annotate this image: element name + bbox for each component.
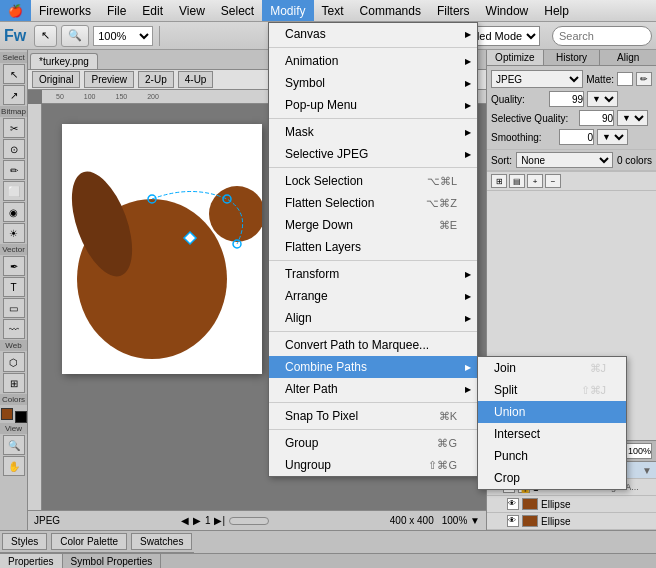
hotspot-tool-btn[interactable]: ⬡ bbox=[3, 352, 25, 372]
text-tool-btn[interactable]: T bbox=[3, 277, 25, 297]
play-btn[interactable]: ▶ bbox=[193, 515, 201, 526]
props-tabs: Properties Symbol Properties bbox=[0, 554, 656, 568]
menu-convert-path[interactable]: Convert Path to Marquee... bbox=[269, 334, 477, 356]
filters-menu[interactable]: Filters bbox=[429, 0, 478, 21]
menu-canvas[interactable]: Canvas bbox=[269, 23, 477, 45]
tab-history[interactable]: History bbox=[544, 50, 601, 65]
menu-punch[interactable]: Punch bbox=[478, 445, 626, 467]
zoom-select[interactable]: 100% bbox=[93, 26, 153, 46]
layer-ellipse2[interactable]: 👁 Ellipse bbox=[487, 513, 656, 530]
menu-transform[interactable]: Transform bbox=[269, 263, 477, 285]
fireworks-menu[interactable]: Fireworks bbox=[31, 0, 99, 21]
prev-state-btn[interactable]: ◀ bbox=[181, 515, 189, 526]
tab-align[interactable]: Align bbox=[600, 50, 656, 65]
state-slider[interactable] bbox=[229, 517, 269, 525]
sort-select[interactable]: None bbox=[516, 152, 613, 168]
text-menu[interactable]: Text bbox=[314, 0, 352, 21]
smoothing-select[interactable]: ▼ bbox=[597, 129, 628, 145]
layer-ellipse1[interactable]: 👁 Ellipse bbox=[487, 496, 656, 513]
sel-quality-select[interactable]: ▼ bbox=[617, 110, 648, 126]
quality-input[interactable] bbox=[549, 91, 584, 107]
pointer-tool[interactable]: ↖ bbox=[34, 25, 57, 47]
menu-flatten-layers[interactable]: Flatten Layers bbox=[269, 236, 477, 258]
matte-btn[interactable]: ✏ bbox=[636, 72, 652, 86]
stroke-color-box[interactable] bbox=[15, 411, 27, 423]
tab-preview[interactable]: Preview bbox=[84, 71, 134, 88]
sel-quality-input[interactable] bbox=[579, 110, 614, 126]
file-menu[interactable]: File bbox=[99, 0, 134, 21]
palette-btn4[interactable]: − bbox=[545, 174, 561, 188]
format-select[interactable]: JPEG bbox=[491, 70, 583, 88]
file-tab[interactable]: *turkey.png bbox=[30, 53, 98, 69]
menu-join[interactable]: Join ⌘J bbox=[478, 357, 626, 379]
next-state-btn[interactable]: ▶| bbox=[214, 515, 225, 526]
tab-styles[interactable]: Styles bbox=[2, 533, 47, 550]
tab-optimize[interactable]: Optimize bbox=[487, 50, 544, 65]
rect-tool-btn[interactable]: ▭ bbox=[3, 298, 25, 318]
quality-select[interactable]: ▼ bbox=[587, 91, 618, 107]
tab-swatches[interactable]: Swatches bbox=[131, 533, 192, 550]
tab-4up[interactable]: 4-Up bbox=[178, 71, 214, 88]
ellipse2-eye[interactable]: 👁 bbox=[507, 515, 519, 527]
fw-logo: Fw bbox=[4, 27, 26, 45]
blur-tool-btn[interactable]: ◉ bbox=[3, 202, 25, 222]
right-panel-tabs: Optimize History Align bbox=[487, 50, 656, 66]
matte-color[interactable] bbox=[617, 72, 633, 86]
tab-original[interactable]: Original bbox=[32, 71, 80, 88]
menu-merge-down[interactable]: Merge Down ⌘E bbox=[269, 214, 477, 236]
pointer-tool-btn[interactable]: ↖ bbox=[3, 64, 25, 84]
search-input[interactable] bbox=[552, 26, 652, 46]
menu-selective-jpeg[interactable]: Selective JPEG bbox=[269, 143, 477, 165]
apple-menu[interactable]: 🍎 bbox=[0, 0, 31, 21]
menu-animation[interactable]: Animation bbox=[269, 50, 477, 72]
dodge-tool-btn[interactable]: ☀ bbox=[3, 223, 25, 243]
menu-flatten-selection[interactable]: Flatten Selection ⌥⌘Z bbox=[269, 192, 477, 214]
menu-popup[interactable]: Pop-up Menu bbox=[269, 94, 477, 116]
menu-union[interactable]: Union bbox=[478, 401, 626, 423]
brush-tool-btn[interactable]: ✏ bbox=[3, 160, 25, 180]
palette-btn1[interactable]: ⊞ bbox=[491, 174, 507, 188]
menu-group[interactable]: Group ⌘G bbox=[269, 432, 477, 454]
menu-align[interactable]: Align bbox=[269, 307, 477, 329]
menu-split[interactable]: Split ⇧⌘J bbox=[478, 379, 626, 401]
menu-arrange[interactable]: Arrange bbox=[269, 285, 477, 307]
layer-expand-main[interactable]: ▼ bbox=[642, 465, 652, 476]
tab-2up[interactable]: 2-Up bbox=[138, 71, 174, 88]
hand-tool-btn[interactable]: ✋ bbox=[3, 456, 25, 476]
menu-crop[interactable]: Crop bbox=[478, 467, 626, 489]
search-btn[interactable]: 🔍 bbox=[61, 25, 89, 47]
eraser-tool-btn[interactable]: ⬜ bbox=[3, 181, 25, 201]
menu-alter-path[interactable]: Alter Path bbox=[269, 378, 477, 400]
props-tab-properties[interactable]: Properties bbox=[0, 554, 63, 568]
menu-combine-paths[interactable]: Combine Paths Join ⌘J Split ⇧⌘J Union In… bbox=[269, 356, 477, 378]
menu-snap-to-pixel[interactable]: Snap To Pixel ⌘K bbox=[269, 405, 477, 427]
window-menu[interactable]: Window bbox=[478, 0, 537, 21]
pen-tool-btn[interactable]: ✒ bbox=[3, 256, 25, 276]
tab-color-palette[interactable]: Color Palette bbox=[51, 533, 127, 550]
sep3 bbox=[269, 167, 477, 168]
select-menu[interactable]: Select bbox=[213, 0, 262, 21]
menu-lock-selection[interactable]: Lock Selection ⌥⌘L bbox=[269, 170, 477, 192]
slice-tool-btn[interactable]: ⊞ bbox=[3, 373, 25, 393]
freeform-tool-btn[interactable]: 〰 bbox=[3, 319, 25, 339]
crop-tool-btn[interactable]: ✂ bbox=[3, 118, 25, 138]
fill-color-box[interactable] bbox=[1, 408, 13, 420]
subselect-tool-btn[interactable]: ↗ bbox=[3, 85, 25, 105]
view-menu[interactable]: View bbox=[171, 0, 213, 21]
menu-symbol[interactable]: Symbol bbox=[269, 72, 477, 94]
menu-mask[interactable]: Mask bbox=[269, 121, 477, 143]
smoothing-input[interactable] bbox=[559, 129, 594, 145]
zoom-level[interactable]: 100% ▼ bbox=[442, 515, 480, 526]
lasso-tool-btn[interactable]: ⊙ bbox=[3, 139, 25, 159]
edit-menu[interactable]: Edit bbox=[134, 0, 171, 21]
palette-btn2[interactable]: ▤ bbox=[509, 174, 525, 188]
modify-menu-item[interactable]: Modify bbox=[262, 0, 313, 21]
help-menu[interactable]: Help bbox=[536, 0, 577, 21]
menu-ungroup[interactable]: Ungroup ⇧⌘G bbox=[269, 454, 477, 476]
zoom-tool-btn[interactable]: 🔍 bbox=[3, 435, 25, 455]
ellipse1-eye[interactable]: 👁 bbox=[507, 498, 519, 510]
commands-menu[interactable]: Commands bbox=[352, 0, 429, 21]
palette-btn3[interactable]: + bbox=[527, 174, 543, 188]
props-tab-symbol[interactable]: Symbol Properties bbox=[63, 554, 162, 568]
menu-intersect[interactable]: Intersect bbox=[478, 423, 626, 445]
